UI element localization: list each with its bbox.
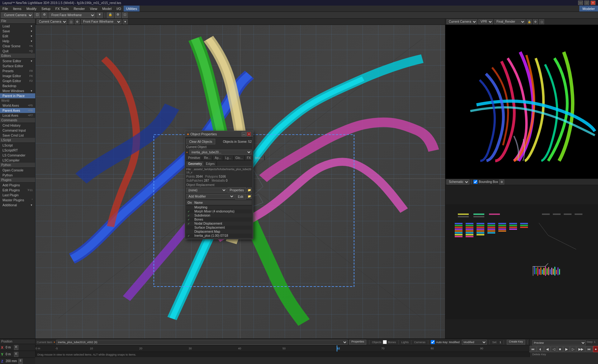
sidebar-load[interactable]: Load▼ [0, 24, 35, 29]
viewport-settings-btn[interactable]: ⚙ [115, 12, 121, 18]
transport-prev-frame-btn[interactable]: ◀ [544, 346, 550, 352]
current-object-select[interactable]: inertia_plus_tube20... [189, 150, 252, 155]
tab-instances[interactable]: Inst... [253, 156, 264, 160]
menu-render[interactable]: Render [71, 6, 87, 12]
sidebar-python[interactable]: Python [0, 173, 35, 178]
viewport-lock-btn[interactable]: 🔒 [107, 12, 114, 18]
objects-check[interactable] [383, 340, 387, 344]
transport-end-btn[interactable]: ⏭ [586, 346, 593, 352]
main-vp-settings-icon[interactable]: ⚙ [75, 19, 80, 24]
current-item-select[interactable]: inertia_plus_tube2019_v002 (9) [56, 340, 348, 345]
schematic-settings[interactable]: ⚙ [499, 180, 504, 184]
render-vp-settings[interactable]: ⚙ [533, 19, 538, 24]
sidebar-image-editor[interactable]: Image EditorF6 [0, 73, 35, 78]
transport-record-btn[interactable]: ● [593, 346, 598, 352]
viewport-square-btn[interactable]: ◻ [122, 12, 128, 18]
tab-appearance[interactable]: Ap... [213, 156, 223, 160]
sidebar-master-plugins[interactable]: Master Plugins° [0, 198, 35, 203]
render-viewport[interactable]: Current Camera VPR Final_Render 🔒 ⚙ ◻ [445, 19, 598, 179]
sidebar-parent-axes[interactable]: Parent Axes+F6 [0, 108, 35, 113]
tab-render[interactable]: Re... [202, 156, 213, 160]
sidebar-save-cmd-list[interactable]: Save Cmd List [0, 133, 35, 138]
modifier-row-subdivision[interactable]: ✓ Subdivision [186, 213, 252, 217]
properties-btn[interactable]: Properties [227, 187, 246, 193]
sidebar-clear-scene[interactable]: Clear Scene+N [0, 44, 35, 49]
sidebar-parent-in-place[interactable]: Parent in Place [0, 93, 35, 98]
sidebar-world-axes[interactable]: World Axes+F5 [0, 103, 35, 108]
sidebar-help[interactable]: Help▼ [0, 39, 35, 44]
modifier-row-bones[interactable]: ✓ Bones [186, 217, 252, 222]
modifier-row-disp-map[interactable]: Displacement Map [186, 230, 252, 234]
render-vp-square[interactable]: ◻ [539, 19, 544, 24]
obj-replacement-select[interactable]: (none) [186, 188, 227, 193]
schematic-bounding-box-check[interactable] [473, 180, 477, 184]
view-mode-arrow[interactable]: ▼ [97, 12, 103, 18]
edit-modifier-btn[interactable]: Edit [235, 194, 246, 199]
sidebar-last-plugin[interactable]: Last Plugin [0, 193, 35, 198]
menu-fxtools[interactable]: FX Tools [53, 6, 71, 12]
sidebar-ls-commander[interactable]: LS Commander [0, 153, 35, 158]
main-vp-camera-select[interactable]: Current Camera [37, 19, 67, 24]
modifier-row-inertia[interactable]: ✓ Inertia_plus (1.00) 07/18 [186, 234, 252, 238]
render-vp-camera-select[interactable]: Current Camera [447, 19, 477, 24]
menu-setup[interactable]: Setup [39, 6, 53, 12]
modifier-row-morphing[interactable]: Morphing [186, 205, 252, 210]
schematic-viewport[interactable]: Schematic Bounding Box ⚙ [445, 179, 598, 338]
autokey-check[interactable] [431, 340, 435, 344]
sidebar-edit[interactable]: Edit▼ [0, 34, 35, 39]
menu-file[interactable]: File [0, 6, 11, 12]
sidebar-quit[interactable]: Quit+Q [0, 49, 35, 54]
obj-replacement-file-btn[interactable]: 📁 [247, 188, 252, 193]
modifier-row-morphmixer[interactable]: ✓ Morph Mixer (4 endomorphs) [186, 209, 252, 213]
sidebar-backdrop[interactable]: Backdrop [0, 83, 35, 88]
transport-next-frame-btn[interactable]: ▶▶ [577, 346, 585, 352]
tab-primitive[interactable]: Primitive [186, 156, 202, 160]
add-modifier-select[interactable]: Add Modifier [186, 194, 235, 199]
x-e-btn[interactable]: E [14, 345, 18, 350]
dialog-close-btn[interactable]: ✕ [247, 132, 251, 136]
sidebar-edit-plugins[interactable]: Edit Plugins`F11 [0, 188, 35, 193]
menu-utilities[interactable]: Utilities [124, 6, 140, 12]
sidebar-graph-editor[interactable]: Graph EditorF2 [0, 78, 35, 83]
main-vp-mode-select[interactable]: Front Face Wireframe [81, 19, 121, 24]
sidebar-lscompiler[interactable]: LSCompiler [0, 158, 35, 163]
camera-select[interactable]: Current Camera [1, 12, 33, 18]
autokey-mode-select[interactable]: Modified [462, 340, 487, 345]
subtab-edges[interactable]: Edges [204, 161, 217, 166]
transport-play-btn[interactable]: ▶ [563, 346, 570, 352]
subtab-geometry[interactable]: Geometry [186, 161, 204, 166]
menu-view[interactable]: View [87, 6, 100, 12]
clear-all-objects-btn[interactable]: Clear All Objects [186, 139, 215, 144]
sidebar-save[interactable]: Save▼ [0, 29, 35, 34]
main-vp-camera-icon[interactable]: ◫ [69, 19, 74, 24]
schematic-mode-select[interactable]: Schematic [447, 180, 469, 184]
modifier-row-nodal[interactable]: ✓ Nodal Displacement [186, 222, 252, 226]
render-vpr-select[interactable]: VPR [478, 19, 493, 24]
sidebar-cmd-history[interactable]: Cmd History [0, 123, 35, 128]
camera-settings-btn[interactable]: ⚙ [41, 12, 47, 18]
tab-light[interactable]: Lg... [223, 156, 233, 160]
render-vp-lock[interactable]: 🔒 [527, 19, 532, 24]
modifier-file-btn[interactable]: 📁 [247, 194, 252, 199]
view-mode-select[interactable]: Front Face Wireframe [49, 12, 95, 18]
main-vp-mode-arrow[interactable]: ▼ [123, 19, 128, 24]
z-e-btn[interactable]: E [18, 359, 23, 364]
render-mode-select[interactable]: Final_Render [494, 19, 525, 24]
menu-io[interactable]: I/O [114, 6, 124, 12]
menu-modify[interactable]: Modify [24, 6, 39, 12]
sidebar-scene-editor[interactable]: Scene Editor▼ [0, 58, 35, 63]
create-key-btn[interactable]: Create Key [507, 340, 525, 345]
sidebar-more-windows[interactable]: More Windows▼ [0, 88, 35, 93]
sidebar-open-console[interactable]: Open Console [0, 168, 35, 173]
preview-select[interactable]: Preview [532, 340, 586, 345]
transport-play-back-btn[interactable]: ◁ [551, 346, 557, 352]
sidebar-additional[interactable]: Additional▼ [0, 203, 35, 208]
tab-fx[interactable]: FX [245, 156, 253, 160]
transport-step-back-btn[interactable]: ⏴ [537, 346, 544, 352]
properties-timeline-btn[interactable]: Properties [349, 340, 366, 345]
sidebar-lscript-rt[interactable]: LScript/RT [0, 148, 35, 153]
transport-rewind-btn[interactable]: ⏮ [529, 346, 536, 352]
sidebar-local-axes[interactable]: Local Axes+F7 [0, 113, 35, 118]
minimize-button[interactable]: — [578, 1, 583, 5]
tab-glow[interactable]: Glo... [234, 156, 245, 160]
